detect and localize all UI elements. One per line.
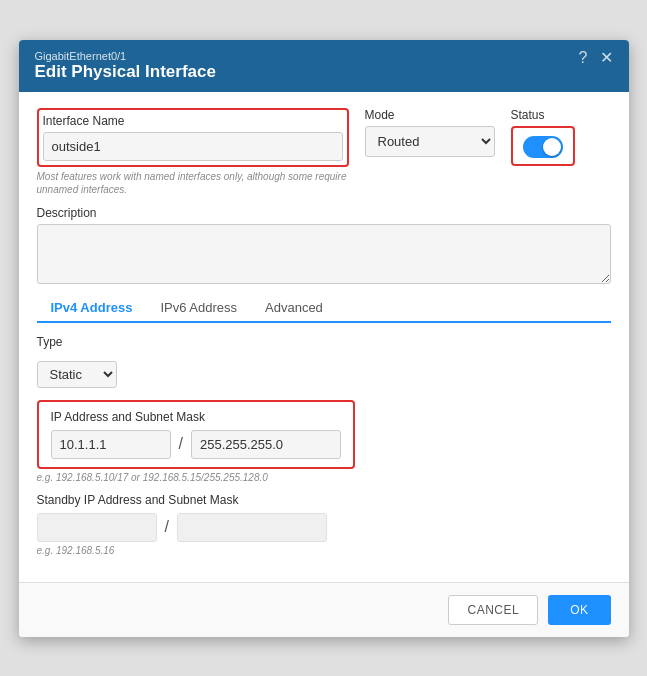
description-label: Description <box>37 206 611 220</box>
dialog-body: Interface Name Most features work with n… <box>19 92 629 582</box>
dialog-header: GigabitEthernet0/1 Edit Physical Interfa… <box>19 40 629 92</box>
standby-subnet-input[interactable] <box>177 513 327 542</box>
tab-advanced[interactable]: Advanced <box>251 294 337 323</box>
close-button[interactable]: ✕ <box>600 50 613 66</box>
slash-separator: / <box>179 435 183 453</box>
interface-name-hint: Most features work with named interfaces… <box>37 170 349 196</box>
subnet-mask-input[interactable] <box>191 430 341 459</box>
ip-section: IP Address and Subnet Mask / e.g. 192.16… <box>37 400 611 483</box>
tabs-row: IPv4 Address IPv6 Address Advanced <box>37 294 611 323</box>
dialog-footer: CANCEL OK <box>19 582 629 637</box>
top-row: Interface Name Most features work with n… <box>37 108 611 196</box>
mode-label: Mode <box>365 108 495 122</box>
ip-highlight-box: IP Address and Subnet Mask / <box>37 400 355 469</box>
help-button[interactable]: ? <box>579 50 588 66</box>
description-textarea[interactable] <box>37 224 611 284</box>
ip-input-row: / <box>51 430 341 459</box>
type-label: Type <box>37 335 63 349</box>
mode-select[interactable]: Routed Passive Inline Set Inline Tap Ers… <box>365 126 495 157</box>
ip-hint: e.g. 192.168.5.10/17 or 192.168.5.15/255… <box>37 472 611 483</box>
standby-ip-section: Standby IP Address and Subnet Mask / e.g… <box>37 493 611 556</box>
ip-address-label: IP Address and Subnet Mask <box>51 410 341 424</box>
interface-name-input[interactable] <box>43 132 343 161</box>
edit-physical-interface-dialog: GigabitEthernet0/1 Edit Physical Interfa… <box>19 40 629 637</box>
dialog-title: Edit Physical Interface <box>35 62 216 82</box>
cancel-button[interactable]: CANCEL <box>448 595 538 625</box>
status-toggle[interactable] <box>523 136 563 158</box>
ip-address-input[interactable] <box>51 430 171 459</box>
interface-name-group: Interface Name Most features work with n… <box>37 108 349 196</box>
standby-ip-row: / <box>37 513 611 542</box>
mode-group: Mode Routed Passive Inline Set Inline Ta… <box>365 108 495 157</box>
header-title-block: GigabitEthernet0/1 Edit Physical Interfa… <box>35 50 216 82</box>
standby-ip-input[interactable] <box>37 513 157 542</box>
tab-ipv6-address[interactable]: IPv6 Address <box>146 294 251 323</box>
tab-ipv4-address[interactable]: IPv4 Address <box>37 294 147 323</box>
status-group: Status <box>511 108 611 166</box>
standby-ip-label: Standby IP Address and Subnet Mask <box>37 493 611 507</box>
type-select[interactable]: Static DHCP PPPoE <box>37 361 117 388</box>
dialog-header-actions: ? ✕ <box>579 50 613 66</box>
standby-ip-hint: e.g. 192.168.5.16 <box>37 545 611 556</box>
dialog-subtitle: GigabitEthernet0/1 <box>35 50 216 62</box>
interface-name-highlight: Interface Name <box>37 108 349 167</box>
type-row: Type <box>37 335 611 349</box>
ok-button[interactable]: OK <box>548 595 610 625</box>
standby-slash-separator: / <box>165 518 169 536</box>
description-group: Description <box>37 206 611 284</box>
status-highlight <box>511 126 575 166</box>
interface-name-label: Interface Name <box>43 114 343 128</box>
status-label: Status <box>511 108 545 122</box>
